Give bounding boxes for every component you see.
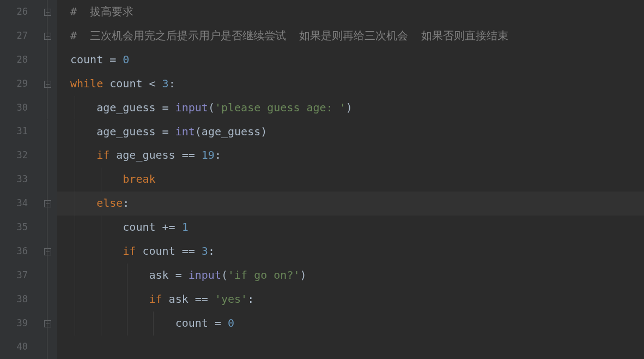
code-token: = — [175, 268, 189, 282]
line-number: 27 — [0, 24, 28, 48]
code-token: count — [70, 53, 103, 66]
fold-collapse-icon[interactable] — [44, 9, 51, 16]
code-token: if — [70, 148, 110, 161]
code-token: = — [215, 316, 228, 330]
code-line[interactable]: break — [70, 167, 156, 192]
fold-guide-line — [47, 48, 47, 72]
fold-collapse-icon[interactable] — [44, 33, 51, 40]
code-line[interactable]: age_guess = input('please guess age: ') — [70, 96, 353, 120]
code-token: < — [149, 77, 162, 90]
code-token: ) — [260, 125, 267, 138]
code-line[interactable]: count += 1 — [70, 216, 189, 240]
code-line[interactable]: count = 0 — [70, 312, 234, 336]
line-number: 40 — [0, 335, 28, 359]
code-token: : — [208, 244, 215, 258]
line-number: 36 — [0, 240, 28, 264]
fold-guide-line — [47, 336, 47, 359]
fold-guide-line — [47, 264, 47, 288]
code-token: 19 — [202, 148, 215, 161]
fold-guide-line — [47, 240, 47, 264]
code-token: age_guess — [70, 101, 162, 114]
line-number: 30 — [0, 96, 28, 120]
code-token: count — [70, 220, 162, 234]
code-token: break — [70, 172, 156, 186]
code-token: 1 — [182, 220, 189, 234]
line-number: 35 — [0, 216, 28, 240]
code-token: : — [215, 148, 221, 161]
code-token: ask — [162, 292, 195, 306]
line-number: 39 — [0, 312, 28, 336]
code-line[interactable]: if count == 3: — [70, 240, 215, 264]
code-token: += — [162, 220, 182, 234]
code-token: : — [169, 77, 175, 90]
code-token: ( — [195, 125, 202, 138]
fold-guide-line — [47, 0, 47, 24]
code-token: input — [189, 268, 221, 282]
code-token: == — [182, 148, 202, 161]
code-line[interactable]: age_guess = int(age_guess) — [70, 120, 267, 144]
line-number: 26 — [0, 0, 28, 24]
code-token: 'yes' — [215, 292, 247, 306]
code-token: count — [136, 244, 181, 258]
fold-collapse-icon[interactable] — [44, 248, 51, 255]
code-token: == — [195, 292, 215, 306]
line-number-gutter: 262728293031323334353637383940 — [0, 0, 41, 359]
code-token: count — [103, 77, 149, 90]
code-token: age_guess — [70, 125, 162, 138]
code-token: else — [70, 196, 123, 210]
fold-guide-line — [47, 24, 47, 48]
code-token: 0 — [228, 316, 234, 330]
code-token: age_guess — [110, 148, 181, 161]
fold-guide-line — [47, 216, 47, 240]
code-line[interactable]: # 拔高要求 — [70, 0, 133, 24]
code-line[interactable]: else: — [70, 192, 129, 216]
code-token: : — [247, 292, 254, 306]
fold-collapse-icon[interactable] — [44, 81, 51, 88]
fold-guide-line — [47, 143, 47, 167]
code-area[interactable]: # 拔高要求# 三次机会用完之后提示用户是否继续尝试 如果是则再给三次机会 如果… — [57, 0, 644, 359]
code-token: = — [103, 53, 123, 66]
code-token: count — [70, 316, 215, 330]
code-editor[interactable]: 262728293031323334353637383940 # 拔高要求# 三… — [0, 0, 644, 359]
code-token: 0 — [123, 53, 129, 66]
code-token: = — [162, 125, 175, 138]
fold-column — [41, 0, 57, 359]
code-token: ) — [300, 268, 306, 282]
line-number: 32 — [0, 143, 28, 167]
code-token: age_guess — [202, 125, 260, 138]
code-token: 3 — [162, 77, 169, 90]
fold-guide-line — [47, 192, 47, 216]
code-line[interactable]: ask = input('if go on?') — [70, 264, 307, 288]
code-token: ask — [70, 268, 175, 282]
line-number: 38 — [0, 288, 28, 312]
code-line[interactable]: count = 0 — [70, 48, 129, 72]
fold-collapse-icon[interactable] — [44, 200, 51, 207]
line-number: 29 — [0, 72, 28, 96]
line-number: 37 — [0, 264, 28, 288]
line-number: 31 — [0, 119, 28, 143]
code-line[interactable]: if age_guess == 19: — [70, 143, 221, 167]
code-line[interactable]: while count < 3: — [70, 72, 175, 96]
code-token: ( — [221, 268, 228, 282]
fold-collapse-icon[interactable] — [44, 320, 51, 327]
code-token: 'please guess age: ' — [215, 101, 346, 114]
line-number: 28 — [0, 48, 28, 72]
line-number: 33 — [0, 167, 28, 192]
line-number: 34 — [0, 192, 28, 216]
fold-guide-line — [47, 120, 47, 144]
code-token: int — [175, 125, 195, 138]
code-token: # 拔高要求 — [70, 5, 133, 18]
code-token: ) — [346, 101, 353, 114]
code-token: 'if go on?' — [228, 268, 300, 282]
code-token: ( — [208, 101, 215, 114]
code-token: : — [123, 196, 129, 210]
fold-guide-line — [47, 96, 47, 120]
fold-guide-line — [47, 167, 47, 192]
code-token: while — [70, 77, 103, 90]
code-token: input — [175, 101, 208, 114]
code-line[interactable]: if ask == 'yes': — [70, 288, 254, 312]
code-token: == — [182, 244, 202, 258]
current-line-highlight — [57, 192, 644, 216]
code-token: if — [70, 244, 136, 258]
code-line[interactable]: # 三次机会用完之后提示用户是否继续尝试 如果是则再给三次机会 如果否则直接结束 — [70, 24, 508, 48]
